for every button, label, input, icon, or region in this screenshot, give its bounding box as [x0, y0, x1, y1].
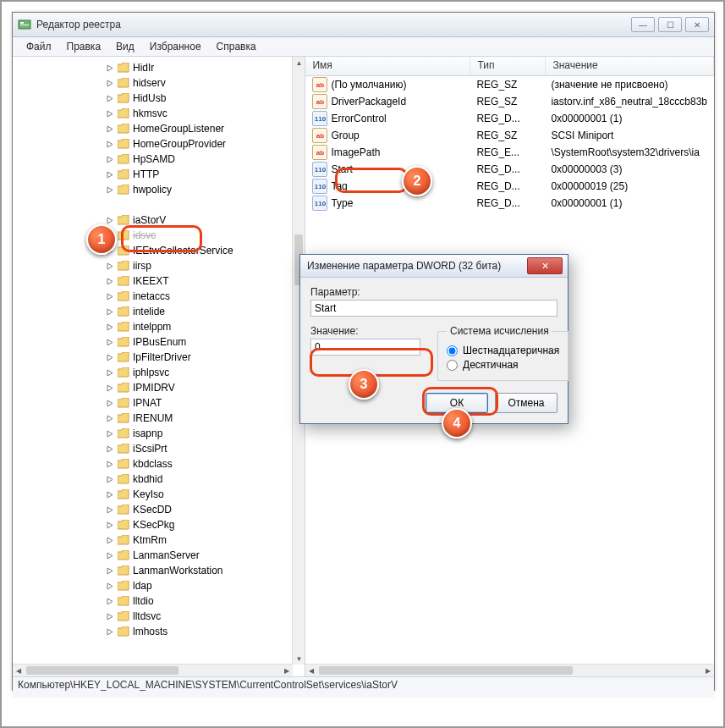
expander-icon[interactable] [106, 627, 114, 636]
list-row[interactable]: abDriverPackageIdREG_SZiastorv.inf_x86_n… [305, 93, 714, 110]
expander-icon[interactable] [106, 262, 114, 270]
list-row[interactable]: 110TypeREG_D...0x00000001 (1) [305, 195, 714, 212]
tree-item-hwpolicy[interactable]: hwpolicy [33, 182, 293, 197]
tree-item-lmhosts[interactable]: lmhosts [33, 624, 293, 639]
list-row[interactable]: 110TagREG_D...0x00000019 (25) [305, 178, 714, 195]
tree-item-iastorv[interactable]: iaStorV [33, 212, 293, 228]
tree-item-ktmrm[interactable]: KtmRm [33, 532, 293, 548]
param-name-field[interactable] [310, 300, 557, 317]
expander-icon[interactable] [106, 185, 114, 194]
tree-item-homegrouplistener[interactable]: HomeGroupListener [33, 121, 293, 136]
expander-icon[interactable] [106, 521, 114, 529]
tree-item-kbdhid[interactable]: kbdhid [33, 472, 293, 487]
tree-item-ldap[interactable]: ldap [33, 578, 293, 593]
dialog-close-button[interactable]: ✕ [527, 257, 563, 274]
expander-icon[interactable] [106, 292, 114, 301]
expander-icon[interactable] [106, 323, 114, 331]
col-name[interactable]: Имя [305, 57, 470, 75]
expander-icon[interactable] [106, 551, 114, 560]
tree-item-hpsamd[interactable]: HpSAMD [33, 152, 293, 167]
value-input[interactable] [310, 339, 420, 356]
tree-item-lanmanworkstation[interactable]: LanmanWorkstation [33, 563, 293, 578]
tree-item-ikeext[interactable]: IKEEXT [33, 273, 293, 289]
list-row[interactable]: abGroupREG_SZSCSI Miniport [305, 127, 714, 144]
expander-icon[interactable] [106, 536, 114, 544]
tree-item-iphlpsvc[interactable]: iphlpsvc [33, 365, 293, 380]
radix-hex-radio[interactable] [447, 345, 458, 356]
maximize-button[interactable]: ☐ [658, 17, 682, 32]
tree-item-kbdclass[interactable]: kbdclass [33, 456, 293, 472]
tree-item-ieetwcollectorservice[interactable]: IEEtwCollectorService [33, 243, 293, 258]
tree-item-lltdsvc[interactable]: lltdsvc [33, 609, 293, 624]
menu-view[interactable]: Вид [109, 39, 141, 54]
tree-item-ksecdd[interactable]: KSecDD [33, 502, 293, 517]
expander-icon[interactable] [106, 170, 114, 179]
expander-icon[interactable] [106, 338, 114, 346]
radix-hex[interactable]: Шестнадцатеричная [447, 345, 559, 356]
expander-icon[interactable] [106, 582, 114, 590]
tree-item-isapnp[interactable]: isapnp [33, 426, 293, 441]
menu-edit[interactable]: Правка [60, 39, 108, 54]
expander-icon[interactable] [106, 383, 114, 392]
col-value[interactable]: Значение [546, 57, 714, 75]
list-header[interactable]: Имя Тип Значение [305, 57, 714, 76]
tree-item-iscsiprt[interactable]: iScsiPrt [33, 441, 293, 456]
tree-item-ipbusenum[interactable]: IPBusEnum [33, 334, 293, 350]
expander-icon[interactable] [106, 460, 114, 468]
expander-icon[interactable] [106, 109, 114, 118]
menu-file[interactable]: Файл [19, 39, 58, 54]
expander-icon[interactable] [106, 307, 114, 316]
edit-dword-dialog[interactable]: Изменение параметра DWORD (32 бита) ✕ Па… [299, 254, 568, 424]
expander-icon[interactable] [106, 475, 114, 483]
tree-item-hidserv[interactable]: hidserv [33, 75, 293, 91]
expander-icon[interactable] [106, 216, 114, 224]
expander-icon[interactable] [106, 612, 114, 620]
dialog-title-bar[interactable]: Изменение параметра DWORD (32 бита) ✕ [300, 255, 568, 278]
minimize-button[interactable]: — [631, 17, 655, 32]
cancel-button[interactable]: Отмена [495, 393, 557, 413]
expander-icon[interactable] [106, 368, 114, 377]
expander-icon[interactable] [106, 444, 114, 453]
menu-favorites[interactable]: Избранное [143, 39, 208, 54]
tree-item-lltdio[interactable]: lltdio [33, 593, 293, 609]
tree-item-hidusb[interactable]: HidUsb [33, 91, 293, 106]
expander-icon[interactable] [106, 399, 114, 407]
tree-item-irenum[interactable]: IRENUM [33, 411, 293, 426]
tree-scrollbar-h[interactable]: ◀ ▶ [13, 664, 293, 676]
tree-item-hkmsvc[interactable]: hkmsvc [33, 106, 293, 121]
title-bar[interactable]: Редактор реестра — ☐ ✕ [13, 13, 714, 37]
tree-item-ipnat[interactable]: IPNAT [33, 395, 293, 411]
expander-icon[interactable] [106, 414, 114, 422]
expander-icon[interactable] [106, 140, 114, 148]
tree-item-intelppm[interactable]: intelppm [33, 319, 293, 334]
radix-dec[interactable]: Десятичная [447, 359, 559, 371]
expander-icon[interactable] [106, 63, 114, 72]
expander-icon[interactable] [106, 566, 114, 575]
list-scrollbar-h[interactable]: ◀ ▶ [305, 664, 714, 676]
expander-icon[interactable] [106, 597, 114, 605]
tree-item-ipfilterdriver[interactable]: IpFilterDriver [33, 350, 293, 365]
expander-icon[interactable] [106, 505, 114, 514]
tree-pane[interactable]: HidIrhidservHidUsbhkmsvcHomeGroupListene… [13, 57, 305, 676]
tree-item-iirsp[interactable]: iirsp [33, 258, 293, 273]
radix-dec-radio[interactable] [447, 360, 458, 371]
tree-item-ipmidrv[interactable]: IPMIDRV [33, 380, 293, 395]
tree-item-lanmanserver[interactable]: LanmanServer [33, 548, 293, 563]
tree-item-homegroupprovider[interactable]: HomeGroupProvider [33, 136, 293, 152]
expander-icon[interactable] [106, 353, 114, 361]
close-button[interactable]: ✕ [685, 17, 709, 32]
expander-icon[interactable] [106, 79, 114, 87]
expander-icon[interactable] [106, 124, 114, 133]
tree-item-ksecpkg[interactable]: KSecPkg [33, 517, 293, 532]
tree-item-idsvc[interactable]: idsvc [33, 228, 293, 243]
expander-icon[interactable] [106, 490, 114, 499]
expander-icon[interactable] [106, 429, 114, 438]
tree-item-intelide[interactable]: intelide [33, 304, 293, 319]
list-row[interactable]: 110StartREG_D...0x00000003 (3) [305, 161, 714, 178]
expander-icon[interactable] [106, 155, 114, 163]
list-row[interactable]: abImagePathREG_E...\SystemRoot\system32\… [305, 144, 714, 161]
tree-item-hidir[interactable]: HidIr [33, 60, 293, 75]
tree-item-http[interactable]: HTTP [33, 167, 293, 182]
tree-item-inetaccs[interactable]: inetaccs [33, 289, 293, 304]
expander-icon[interactable] [106, 94, 114, 102]
